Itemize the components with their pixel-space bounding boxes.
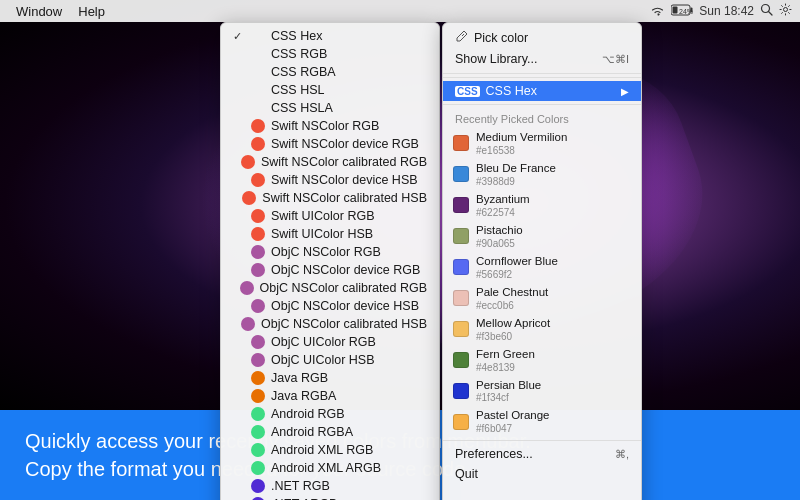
color-swatch	[453, 228, 469, 244]
pick-color-label: Pick color	[474, 31, 528, 45]
color-info: Pale Chestnut#ecc0b6	[476, 285, 548, 312]
svg-text:24%: 24%	[679, 7, 693, 14]
format-item-25[interactable]: .NET RGB	[221, 477, 439, 495]
format-item-22[interactable]: Android RGBA	[221, 423, 439, 441]
format-label: ObjC UIColor HSB	[271, 353, 375, 367]
active-format-label: CSS Hex	[486, 84, 537, 98]
time-display: Sun 18:42	[699, 4, 754, 18]
color-item-2[interactable]: Byzantium#622574	[443, 190, 641, 221]
color-info: Bleu De France#3988d9	[476, 161, 556, 188]
swift-icon	[241, 155, 255, 169]
color-item-8[interactable]: Persian Blue#1f34cf	[443, 376, 641, 407]
format-item-10[interactable]: Swift UIColor RGB	[221, 207, 439, 225]
java-icon	[251, 371, 265, 385]
color-swatch	[453, 352, 469, 368]
rp-separator-1	[443, 77, 641, 78]
format-item-3[interactable]: CSS HSL	[221, 81, 439, 99]
format-label: Java RGB	[271, 371, 328, 385]
format-label: ObjC NSColor device HSB	[271, 299, 419, 313]
color-item-9[interactable]: Pastel Orange#f6b047	[443, 406, 641, 437]
right-panel: Pick color Show Library... ⌥⌘I CSS CSS H…	[442, 22, 642, 500]
color-name: Pale Chestnut	[476, 285, 548, 300]
format-label: Android XML RGB	[271, 443, 373, 457]
format-item-19[interactable]: Java RGB	[221, 369, 439, 387]
format-item-1[interactable]: CSS RGB	[221, 45, 439, 63]
format-item-23[interactable]: Android XML RGB	[221, 441, 439, 459]
color-hex: #3988d9	[476, 176, 556, 188]
color-item-1[interactable]: Bleu De France#3988d9	[443, 159, 641, 190]
color-swatch	[453, 290, 469, 306]
format-item-8[interactable]: Swift NSColor device HSB	[221, 171, 439, 189]
color-item-3[interactable]: Pistachio#90a065	[443, 221, 641, 252]
pick-color-item[interactable]: Pick color	[443, 27, 641, 49]
color-swatch	[453, 321, 469, 337]
swift-icon	[251, 227, 265, 241]
color-hex: #5669f2	[476, 269, 558, 281]
color-name: Pastel Orange	[476, 408, 550, 423]
format-item-20[interactable]: Java RGBA	[221, 387, 439, 405]
color-swatch	[453, 166, 469, 182]
format-label: Android XML ARGB	[271, 461, 381, 475]
swift-icon	[251, 119, 265, 133]
show-library-item[interactable]: Show Library... ⌥⌘I	[443, 49, 641, 69]
swift-icon	[242, 191, 256, 205]
format-label: ObjC NSColor calibrated RGB	[260, 281, 427, 295]
search-icon[interactable]	[760, 3, 773, 19]
preferences-item[interactable]: Preferences... ⌘,	[443, 444, 641, 464]
color-name: Cornflower Blue	[476, 254, 558, 269]
android-icon	[251, 407, 265, 421]
format-label: Swift NSColor device HSB	[271, 173, 418, 187]
preferences-shortcut: ⌘,	[615, 448, 629, 461]
format-label: Swift NSColor RGB	[271, 119, 379, 133]
settings-icon[interactable]	[779, 3, 792, 19]
format-item-24[interactable]: Android XML ARGB	[221, 459, 439, 477]
format-item-2[interactable]: CSS RGBA	[221, 63, 439, 81]
format-label: Java RGBA	[271, 389, 336, 403]
active-format-item[interactable]: CSS CSS Hex ▶	[443, 81, 641, 101]
css-icon: CSS	[455, 86, 480, 97]
submenu-arrow-icon: ▶	[621, 86, 629, 97]
color-hex: #90a065	[476, 238, 523, 250]
color-hex: #4e8139	[476, 362, 535, 374]
format-item-15[interactable]: ObjC NSColor device HSB	[221, 297, 439, 315]
format-item-17[interactable]: ObjC UIColor RGB	[221, 333, 439, 351]
color-item-5[interactable]: Pale Chestnut#ecc0b6	[443, 283, 641, 314]
objc-icon	[240, 281, 254, 295]
color-swatch	[453, 135, 469, 151]
format-item-12[interactable]: ObjC NSColor RGB	[221, 243, 439, 261]
format-item-0[interactable]: ✓CSS Hex	[221, 27, 439, 45]
format-label: Swift UIColor RGB	[271, 209, 375, 223]
format-item-26[interactable]: .NET ARGB	[221, 495, 439, 500]
format-label: ObjC NSColor device RGB	[271, 263, 420, 277]
format-item-18[interactable]: ObjC UIColor HSB	[221, 351, 439, 369]
format-item-4[interactable]: CSS HSLA	[221, 99, 439, 117]
format-item-6[interactable]: Swift NSColor device RGB	[221, 135, 439, 153]
format-item-21[interactable]: Android RGB	[221, 405, 439, 423]
color-item-4[interactable]: Cornflower Blue#5669f2	[443, 252, 641, 283]
format-item-9[interactable]: Swift NSColor calibrated HSB	[221, 189, 439, 207]
swift-icon	[251, 173, 265, 187]
menubar-item-window[interactable]: Window	[8, 4, 70, 19]
color-item-0[interactable]: Medium Vermilion#e16538	[443, 128, 641, 159]
format-item-5[interactable]: Swift NSColor RGB	[221, 117, 439, 135]
svg-line-7	[462, 34, 464, 36]
recently-picked-title: Recently Picked Colors	[443, 108, 641, 128]
format-item-13[interactable]: ObjC NSColor device RGB	[221, 261, 439, 279]
color-item-6[interactable]: Mellow Apricot#f3be60	[443, 314, 641, 345]
android-icon	[251, 443, 265, 457]
format-item-11[interactable]: Swift UIColor HSB	[221, 225, 439, 243]
quit-item[interactable]: Quit	[443, 464, 641, 484]
format-item-14[interactable]: ObjC NSColor calibrated RGB	[221, 279, 439, 297]
swift-icon	[251, 209, 265, 223]
color-hex: #e16538	[476, 145, 567, 157]
color-item-7[interactable]: Fern Green#4e8139	[443, 345, 641, 376]
color-swatch	[453, 414, 469, 430]
rp-separator-3	[443, 440, 641, 441]
format-item-16[interactable]: ObjC NSColor calibrated HSB	[221, 315, 439, 333]
menubar-item-help[interactable]: Help	[70, 4, 113, 19]
color-hex: #622574	[476, 207, 530, 219]
color-info: Mellow Apricot#f3be60	[476, 316, 550, 343]
format-item-7[interactable]: Swift NSColor calibrated RGB	[221, 153, 439, 171]
java-icon	[251, 389, 265, 403]
menubar: Window Help 24% Sun 18:42	[0, 0, 800, 22]
